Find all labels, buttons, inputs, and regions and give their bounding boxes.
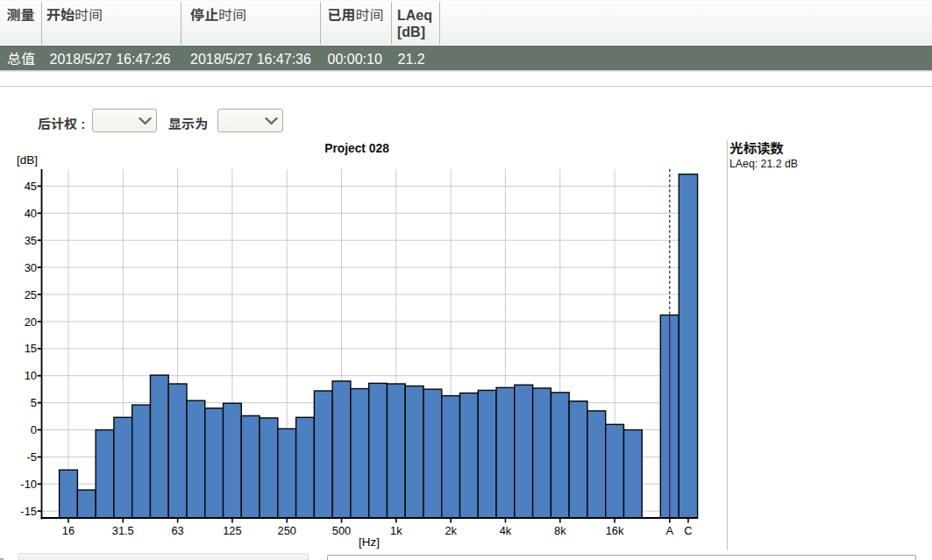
bar-250[interactable] xyxy=(278,429,296,518)
bar-25[interactable] xyxy=(96,430,114,519)
bar-2.5k[interactable] xyxy=(460,393,479,518)
bar-315[interactable] xyxy=(296,417,315,518)
y-tick-label: -10 xyxy=(20,478,37,491)
x-tick-label: 31.5 xyxy=(112,524,134,537)
bottom-panel-left[interactable] xyxy=(18,553,309,560)
bar-8k[interactable] xyxy=(551,393,569,518)
x-tick-label: 16 xyxy=(62,524,75,537)
bar-6.3k[interactable] xyxy=(533,388,551,518)
cursor-reading-value: LAeq: 21.2 dB xyxy=(729,158,798,170)
y-tick-label: 35 xyxy=(25,234,37,247)
x-tick-label: 2k xyxy=(445,524,457,537)
bottom-panel-right[interactable] xyxy=(327,555,916,560)
bar-31.5[interactable] xyxy=(114,417,132,518)
bar-16[interactable] xyxy=(60,470,78,518)
x-tick-label: 1k xyxy=(390,524,402,537)
x-tick-label: C xyxy=(684,524,692,537)
bar-2k[interactable] xyxy=(442,396,460,518)
bar-160[interactable] xyxy=(241,415,260,518)
x-tick-label: 8k xyxy=(554,524,566,537)
y-tick-label: 40 xyxy=(25,207,37,220)
y-tick-label: 25 xyxy=(25,288,37,301)
x-tick-label: 63 xyxy=(171,524,183,537)
bar-630[interactable] xyxy=(351,389,369,518)
bar-C[interactable] xyxy=(679,174,697,518)
bar-200[interactable] xyxy=(260,418,278,518)
x-tick-label: 125 xyxy=(223,524,241,537)
bar-500[interactable] xyxy=(332,381,351,518)
bar-4k[interactable] xyxy=(496,387,515,518)
bar-1.25k[interactable] xyxy=(405,386,423,518)
bar-125[interactable] xyxy=(224,403,242,518)
bar-20k[interactable] xyxy=(623,430,642,519)
x-tick-label: 250 xyxy=(278,524,296,537)
bar-50[interactable] xyxy=(150,375,168,518)
bar-10k[interactable] xyxy=(569,401,587,518)
y-tick-label: 10 xyxy=(25,369,37,382)
bar-1k[interactable] xyxy=(387,384,405,518)
y-tick-label: 45 xyxy=(25,180,37,193)
bar-5k[interactable] xyxy=(515,385,533,518)
cursor-panel-title: 光标读数 xyxy=(729,138,784,157)
x-tick-label: 4k xyxy=(500,524,512,537)
bar-20[interactable] xyxy=(77,490,96,518)
y-tick-label: 0 xyxy=(31,423,37,436)
bar-800[interactable] xyxy=(369,383,388,518)
spectrum-chart[interactable]: 454035302520151050-5-10-151631.563125250… xyxy=(0,0,932,560)
bar-12.5k[interactable] xyxy=(587,411,606,518)
bar-1.6k[interactable] xyxy=(423,389,442,518)
y-tick-label: -15 xyxy=(20,505,37,518)
bar-16k[interactable] xyxy=(606,424,624,518)
y-tick-label: 5 xyxy=(31,396,37,409)
panel-separator xyxy=(727,140,728,550)
y-tick-label: -5 xyxy=(27,450,38,464)
x-tick-label: 500 xyxy=(332,524,351,537)
bar-80[interactable] xyxy=(187,401,205,518)
x-axis-unit-label: [Hz] xyxy=(359,535,380,549)
y-tick-label: 30 xyxy=(25,261,37,274)
bar-3.15k[interactable] xyxy=(478,390,496,518)
bar-63[interactable] xyxy=(168,384,187,518)
x-tick-label: 16k xyxy=(606,524,624,537)
bar-400[interactable] xyxy=(314,391,332,518)
bar-100[interactable] xyxy=(205,408,224,518)
bar-40[interactable] xyxy=(132,405,151,518)
y-tick-label: 15 xyxy=(25,342,37,355)
x-tick-label: A xyxy=(666,524,674,537)
y-tick-label: 20 xyxy=(25,315,37,329)
